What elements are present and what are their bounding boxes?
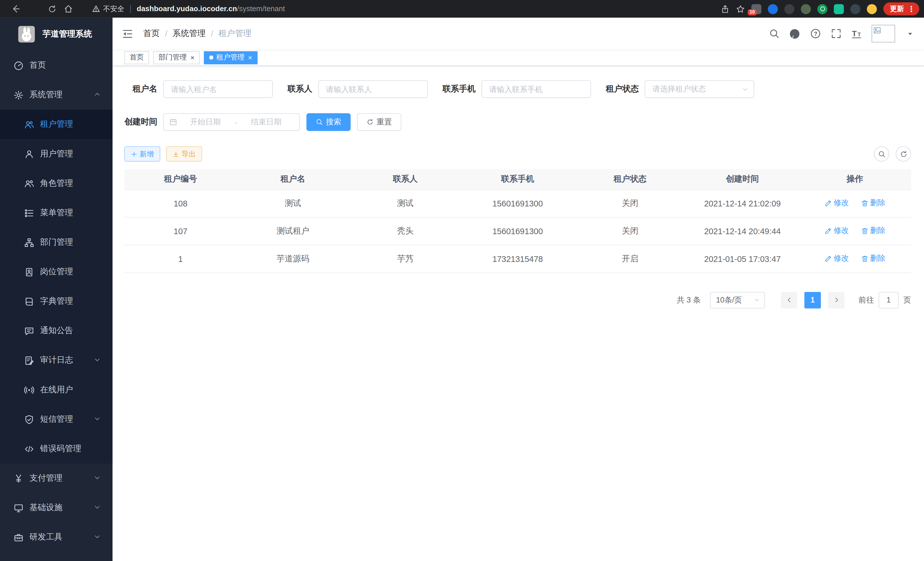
tab-dept[interactable]: 部门管理 × — [153, 51, 200, 64]
sidebar-item-payment[interactable]: 支付管理 — [0, 463, 112, 493]
home-button-icon[interactable] — [60, 1, 76, 17]
breadcrumb-system[interactable]: 系统管理 — [172, 28, 206, 39]
sidebar-item-tenant[interactable]: 租户管理 — [0, 110, 112, 139]
profile-avatar-icon[interactable] — [867, 4, 877, 14]
hide-search-button[interactable] — [874, 146, 890, 162]
chevron-up-icon — [94, 90, 101, 100]
breadcrumb-home[interactable]: 首页 — [143, 28, 160, 39]
edit-link[interactable]: 修改 — [824, 225, 849, 236]
delete-label: 删除 — [870, 198, 885, 208]
font-size-icon[interactable]: TT — [851, 28, 862, 39]
app-logo[interactable]: 芋道管理系统 — [0, 18, 112, 51]
sidebar-item-home[interactable]: 首页 — [0, 51, 112, 80]
add-button[interactable]: 新增 — [124, 146, 160, 162]
reset-button-label: 重置 — [376, 117, 392, 127]
delete-link[interactable]: 删除 — [861, 253, 885, 264]
extension-paw-icon[interactable] — [850, 4, 860, 14]
sidebar-item-role[interactable]: 角色管理 — [0, 169, 112, 198]
cell-phone: 17321315478 — [461, 245, 574, 272]
sidebar-item-user[interactable]: 用户管理 — [0, 139, 112, 169]
extension-green-square-icon[interactable] — [834, 4, 844, 14]
delete-link[interactable]: 删除 — [861, 198, 885, 208]
download-icon — [172, 151, 179, 157]
filter-status: 租户状态 请选择租户状态 — [606, 80, 754, 98]
sidebar-fold-icon[interactable] — [122, 28, 133, 39]
caret-down-icon[interactable] — [904, 28, 916, 39]
url-host: dashboard.yudao.iocoder.cn — [137, 5, 237, 13]
back-icon[interactable] — [7, 1, 24, 17]
sidebar-item-dict[interactable]: 字典管理 — [0, 287, 112, 316]
sidebar-item-menu[interactable]: 菜单管理 — [0, 198, 112, 228]
edit-link[interactable]: 修改 — [824, 198, 849, 208]
sidebar-item-audit-log[interactable]: 审计日志 — [0, 346, 112, 375]
date-range-picker[interactable]: 开始日期 - 结束日期 — [163, 113, 300, 131]
svg-text:?: ? — [813, 31, 817, 37]
add-button-label: 新增 — [140, 149, 154, 159]
user-avatar[interactable] — [872, 25, 895, 43]
search-button[interactable]: 搜索 — [307, 113, 351, 131]
edit-icon — [824, 199, 832, 207]
browser-menu-icon[interactable]: ⋮ — [908, 5, 915, 13]
edit-link[interactable]: 修改 — [824, 253, 849, 264]
extension-dark-icon[interactable] — [784, 4, 794, 14]
export-button-label: 导出 — [182, 149, 196, 159]
column-header: 联系人 — [349, 169, 461, 189]
tenant-name-input[interactable] — [163, 80, 273, 98]
delete-link[interactable]: 删除 — [861, 225, 885, 236]
search-icon[interactable] — [769, 28, 780, 39]
next-page-button[interactable] — [828, 292, 844, 308]
extension-green-ring-icon[interactable] — [818, 4, 827, 14]
extension-olive-icon[interactable] — [801, 4, 811, 14]
tags-view: 首页 部门管理 × 租户管理 × — [112, 50, 924, 66]
url-path: /system/tenant — [237, 5, 285, 13]
sidebar-item-notice[interactable]: 通知公告 — [0, 316, 112, 346]
page-number-button[interactable]: 1 — [804, 292, 821, 308]
reload-icon[interactable] — [44, 1, 60, 17]
bookmark-star-icon[interactable] — [736, 4, 745, 13]
goto-page-input[interactable] — [879, 292, 898, 308]
page-unit-label: 页 — [903, 295, 911, 305]
cell-status: 关闭 — [574, 189, 686, 217]
prev-page-button[interactable] — [781, 292, 797, 308]
chevron-down-icon — [94, 415, 101, 424]
page-size-select[interactable]: 10条/页 — [710, 292, 765, 308]
broadcast-icon — [24, 385, 34, 395]
close-icon[interactable]: × — [248, 54, 252, 61]
sidebar-item-online-users[interactable]: 在线用户 — [0, 375, 112, 405]
sidebar-item-infrastructure[interactable]: 基础设施 — [0, 493, 112, 522]
github-icon[interactable] — [789, 28, 800, 39]
fullscreen-icon[interactable] — [830, 28, 842, 39]
phone-input[interactable] — [482, 80, 591, 98]
contact-input[interactable] — [318, 80, 428, 98]
extension-blue-icon[interactable] — [768, 4, 778, 14]
tab-home[interactable]: 首页 — [124, 51, 149, 64]
filter-tenant-name: 租户名 — [124, 80, 273, 98]
sidebar-item-error-code[interactable]: 错误码管理 — [0, 434, 112, 463]
filter-label: 租户状态 — [606, 84, 639, 94]
svg-text:T: T — [852, 29, 857, 38]
extension-puzzle-icon[interactable]: 10 — [752, 4, 761, 14]
filter-label: 联系手机 — [442, 84, 476, 94]
sidebar-item-label: 部门管理 — [40, 237, 73, 248]
sidebar: 芋道管理系统 首页 系统管理 — [0, 18, 112, 561]
browser-update-button[interactable]: 更新 ⋮ — [884, 2, 920, 15]
sidebar-item-sms[interactable]: 短信管理 — [0, 405, 112, 434]
refresh-table-button[interactable] — [896, 146, 911, 162]
sidebar-item-dev-tools[interactable]: 研发工具 — [0, 522, 112, 552]
sidebar-item-label: 在线用户 — [40, 385, 73, 395]
cell-contact: 秃头 — [349, 217, 461, 245]
export-button[interactable]: 导出 — [166, 146, 202, 162]
share-icon[interactable] — [721, 4, 729, 13]
help-icon[interactable]: ? — [810, 28, 821, 39]
status-select[interactable]: 请选择租户状态 — [645, 80, 754, 98]
address-bar[interactable]: 不安全 dashboard.yudao.iocoder.cn/system/te… — [92, 4, 285, 14]
sidebar-item-system[interactable]: 系统管理 — [0, 80, 112, 110]
tab-tenant[interactable]: 租户管理 × — [204, 51, 258, 64]
sidebar-item-post[interactable]: 岗位管理 — [0, 257, 112, 287]
audit-log-icon — [24, 355, 34, 365]
sidebar-item-dept[interactable]: 部门管理 — [0, 228, 112, 257]
reset-button[interactable]: 重置 — [357, 113, 401, 131]
close-icon[interactable]: × — [190, 54, 194, 61]
extension-badge: 10 — [748, 9, 757, 15]
goto-page: 前往 页 — [859, 292, 911, 308]
